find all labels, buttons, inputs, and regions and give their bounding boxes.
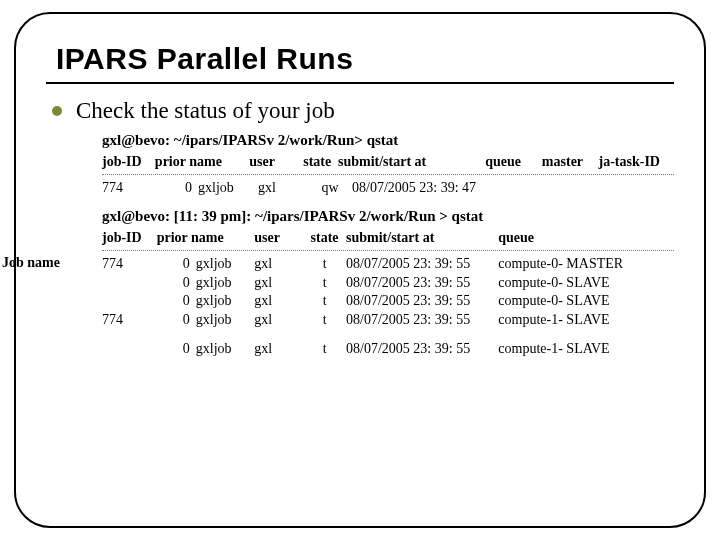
cell-state: t: [303, 340, 346, 359]
cell-name: gxljob: [198, 179, 258, 198]
cell-prior: 0: [157, 274, 196, 293]
cell-submit: 08/07/2005 23: 39: 47: [352, 179, 508, 198]
hdr-queue: queue: [498, 229, 674, 248]
cell-jobid: 774: [102, 255, 157, 274]
cell-submit: 08/07/2005 23: 39: 55: [346, 292, 498, 311]
table2-row: 7740gxljobgxlt08/07/2005 23: 39: 55compu…: [102, 311, 674, 330]
bullet-text: Check the status of your job: [76, 98, 335, 124]
hdr-task: ja-task-ID: [599, 153, 675, 172]
cell-queue: compute-1- SLAVE: [498, 340, 674, 359]
cell-jobid: [102, 340, 157, 359]
hdr-submit: submit/start at: [346, 229, 498, 248]
hdr-user: user: [254, 229, 303, 248]
table2-row: 0gxljobgxlt08/07/2005 23: 39: 55compute-…: [102, 340, 674, 359]
cell-submit: 08/07/2005 23: 39: 55: [346, 340, 498, 359]
slide-frame: IPARS Parallel Runs Check the status of …: [14, 12, 706, 528]
qstat-output-2: gxl@bevo: [11: 39 pm]: ~/ipars/IPARSv 2/…: [102, 208, 674, 359]
cell-user: gxl: [254, 292, 303, 311]
annotation-jobname: Job name: [2, 255, 60, 271]
bullet-icon: [52, 106, 62, 116]
table1-row: 774 0 gxljob gxl qw 08/07/2005 23: 39: 4…: [102, 179, 674, 198]
cell-user: gxl: [254, 340, 303, 359]
hdr-queue: queue: [485, 153, 542, 172]
cell-queue: compute-0- MASTER: [498, 255, 674, 274]
qstat-output-1: gxl@bevo: ~/ipars/IPARSv 2/work/Run> qst…: [102, 132, 674, 198]
cell-queue: compute-1- SLAVE: [498, 311, 674, 330]
hdr-priorname: prior name: [155, 153, 249, 172]
hdr-master: master: [542, 153, 599, 172]
cell-name: gxljob: [196, 255, 255, 274]
cell-jobid: [102, 292, 157, 311]
cell-submit: 08/07/2005 23: 39: 55: [346, 255, 498, 274]
cell-state: t: [303, 292, 346, 311]
table2-row: 0gxljobgxlt08/07/2005 23: 39: 55compute-…: [102, 274, 674, 293]
slide-title: IPARS Parallel Runs: [56, 42, 674, 76]
cell-prior: 0: [157, 340, 196, 359]
cell-state: t: [303, 311, 346, 330]
cell-prior: 0: [157, 292, 196, 311]
hdr-state: state: [303, 229, 346, 248]
table1-divider: [102, 174, 674, 175]
cell-queue: compute-0- SLAVE: [498, 292, 674, 311]
table2-header: job-ID prior name user state submit/star…: [102, 229, 674, 248]
hdr-priorname: prior name: [157, 229, 255, 248]
cell-submit: 08/07/2005 23: 39: 55: [346, 274, 498, 293]
cell-jobid: 774: [102, 311, 157, 330]
cell-state: t: [303, 274, 346, 293]
cell-state: t: [303, 255, 346, 274]
cell-prior: 0: [157, 311, 196, 330]
cell-name: gxljob: [196, 292, 255, 311]
cell-jobid: [102, 274, 157, 293]
table1-header: job-ID prior name user state submit/star…: [102, 153, 674, 172]
cell-prior: 0: [157, 255, 196, 274]
cell-name: gxljob: [196, 274, 255, 293]
cell-user: gxl: [254, 255, 303, 274]
bullet-item: Check the status of your job: [52, 98, 674, 124]
cell-name: gxljob: [196, 311, 255, 330]
hdr-jobid: job-ID: [102, 153, 155, 172]
cell-name: gxljob: [196, 340, 255, 359]
cell-queue: compute-0- SLAVE: [498, 274, 674, 293]
command-line-1: gxl@bevo: ~/ipars/IPARSv 2/work/Run> qst…: [102, 132, 674, 149]
hdr-state: state: [296, 153, 338, 172]
cell-user: gxl: [258, 179, 308, 198]
command-line-2: gxl@bevo: [11: 39 pm]: ~/ipars/IPARSv 2/…: [102, 208, 674, 225]
cell-state: qw: [308, 179, 352, 198]
hdr-submit: submit/start at: [338, 153, 485, 172]
table2-row: 7740gxljobgxlt08/07/2005 23: 39: 55compu…: [102, 255, 674, 274]
cell-jobid: 774: [102, 179, 158, 198]
cell-submit: 08/07/2005 23: 39: 55: [346, 311, 498, 330]
hdr-jobid: job-ID: [102, 229, 157, 248]
hdr-user: user: [249, 153, 296, 172]
cell-prior: 0: [158, 179, 198, 198]
cell-user: gxl: [254, 274, 303, 293]
cell-user: gxl: [254, 311, 303, 330]
table2-divider: [102, 250, 674, 251]
title-divider: [46, 82, 674, 84]
table2-row: 0gxljobgxlt08/07/2005 23: 39: 55compute-…: [102, 292, 674, 311]
